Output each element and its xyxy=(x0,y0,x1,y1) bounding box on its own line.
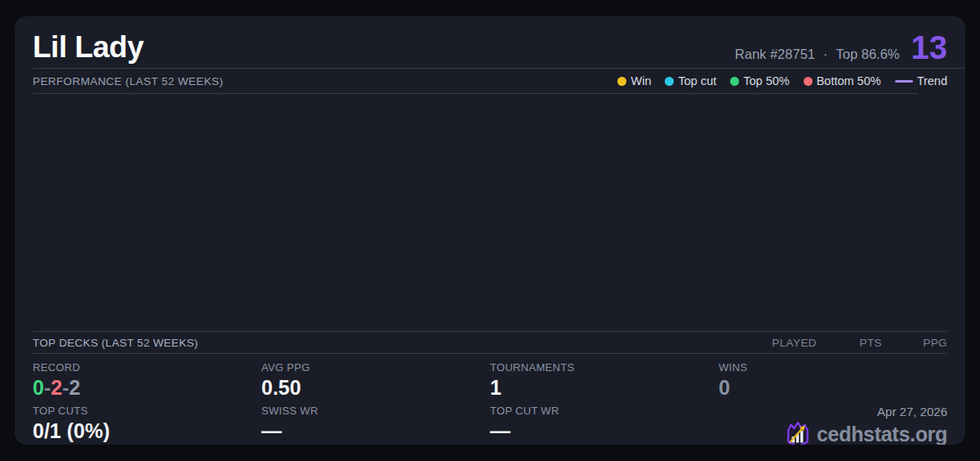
trend-line-icon xyxy=(895,80,913,83)
top-decks-header: TOP DECKS (LAST 52 WEEKS) PLAYED PTS PPG xyxy=(33,331,947,354)
stat-label-avg-ppg: AVG PPG xyxy=(261,361,490,374)
stat-value-wins: 0 xyxy=(719,376,947,399)
legend-label: Top cut xyxy=(678,74,716,87)
stat-avg-ppg: AVG PPG 0.50 xyxy=(261,361,490,405)
top-decks-columns: PLAYED PTS PPG xyxy=(751,337,947,349)
performance-header: PERFORMANCE (LAST 52 WEEKS) Win Top cut … xyxy=(33,69,947,93)
chart-legend: Win Top cut Top 50% Bottom 50% Trend xyxy=(617,74,947,87)
page-title: Lil Lady xyxy=(33,30,144,65)
win-dot-icon xyxy=(617,77,626,86)
performance-section-label: PERFORMANCE (LAST 52 WEEKS) xyxy=(33,75,223,87)
stats-grid: RECORD 0-2-2 AVG PPG 0.50 TOURNAMENTS 1 … xyxy=(33,354,947,445)
legend-item-trend: Trend xyxy=(895,74,947,87)
stat-wins: WINS 0 xyxy=(719,361,947,405)
column-header-ppg: PPG xyxy=(882,337,947,349)
stat-label-wins: WINS xyxy=(719,361,947,374)
stat-tournaments: TOURNAMENTS 1 xyxy=(490,361,719,405)
record-separator: - xyxy=(44,376,51,399)
stat-label-top-cuts: TOP CUTS xyxy=(33,405,261,417)
rank-big-number: 13 xyxy=(911,33,948,62)
card-header: Lil Lady Rank #28751 · Top 86.6% 13 xyxy=(33,16,947,68)
legend-label: Win xyxy=(630,74,651,87)
stat-record: RECORD 0-2-2 xyxy=(33,361,261,405)
stat-value-avg-ppg: 0.50 xyxy=(261,376,490,399)
legend-label: Bottom 50% xyxy=(817,74,881,87)
rank-summary: Rank #28751 · Top 86.6% 13 xyxy=(735,33,947,62)
performance-chart-empty xyxy=(33,94,947,331)
generated-date: Apr 27, 2026 xyxy=(877,405,947,418)
percentile-label: Top 86.6% xyxy=(836,47,900,62)
stat-top-cuts: TOP CUTS 0/1 (0%) xyxy=(33,405,261,445)
legend-item-win: Win xyxy=(617,74,651,87)
stat-top-cut-wr: TOP CUT WR — xyxy=(490,405,719,445)
column-header-played: PLAYED xyxy=(751,337,817,349)
legend-label: Trend xyxy=(917,74,947,87)
stat-value-tournaments: 1 xyxy=(490,376,719,399)
stat-label-record: RECORD xyxy=(33,361,261,374)
stats-card: Lil Lady Rank #28751 · Top 86.6% 13 PERF… xyxy=(15,16,965,445)
separator-dot: · xyxy=(823,47,828,62)
stat-value-record: 0-2-2 xyxy=(33,376,261,399)
bottom-50-dot-icon xyxy=(804,77,813,86)
stat-label-top-cut-wr: TOP CUT WR xyxy=(490,405,719,417)
top-decks-section-label: TOP DECKS (LAST 52 WEEKS) xyxy=(33,337,198,349)
brand: cedhstats.org xyxy=(786,421,947,445)
legend-item-top-cut: Top cut xyxy=(665,74,716,87)
stat-value-top-cuts: 0/1 (0%) xyxy=(33,419,261,442)
record-wins: 0 xyxy=(33,376,44,399)
stat-value-swiss-wr: — xyxy=(261,419,490,442)
rank-label: Rank #28751 xyxy=(735,47,815,62)
footer-branding: Apr 27, 2026 cedhstats.org xyxy=(719,405,947,445)
legend-item-bottom-50: Bottom 50% xyxy=(804,74,881,87)
legend-label: Top 50% xyxy=(743,74,789,87)
stat-swiss-wr: SWISS WR — xyxy=(261,405,490,445)
brand-text: cedhstats.org xyxy=(817,423,947,445)
record-draws: 2 xyxy=(69,376,80,399)
top-cut-dot-icon xyxy=(665,77,674,86)
record-losses: 2 xyxy=(51,376,62,399)
stat-label-tournaments: TOURNAMENTS xyxy=(490,361,719,374)
cedhstats-logo-icon xyxy=(786,421,810,445)
stat-value-top-cut-wr: — xyxy=(490,419,719,442)
stat-label-swiss-wr: SWISS WR xyxy=(261,405,490,417)
column-header-pts: PTS xyxy=(817,337,882,349)
top-50-dot-icon xyxy=(730,77,739,86)
legend-item-top-50: Top 50% xyxy=(730,74,789,87)
